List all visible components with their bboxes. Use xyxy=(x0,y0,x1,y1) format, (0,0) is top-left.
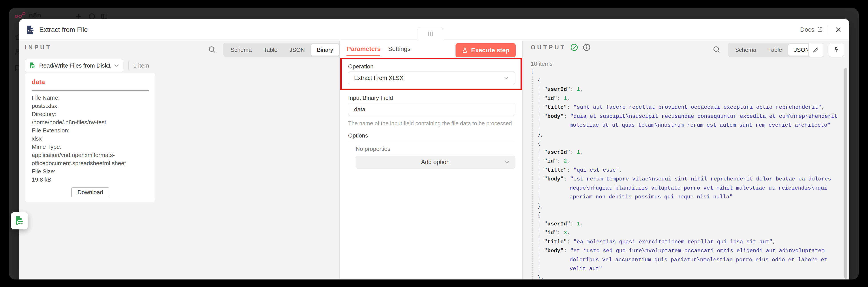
file-meta-value: xlsx xyxy=(32,135,149,143)
n8n-logo-icon xyxy=(14,11,26,19)
input-search-icon[interactable] xyxy=(208,45,216,53)
pin-data-button[interactable] xyxy=(829,43,844,57)
json-line: "title": "sunt aut facere repellat provi… xyxy=(531,103,846,112)
json-line: "id": 2, xyxy=(531,157,846,166)
json-line: "body": "et iusto sed quo iure\nvoluptat… xyxy=(531,247,846,274)
read-write-file-node-icon xyxy=(29,62,36,69)
input-view-tabs: SchemaTableJSONBinary xyxy=(223,43,339,57)
json-line: }, xyxy=(531,130,846,139)
parameters-panel: Parameters Settings Execute step Operati… xyxy=(339,40,523,280)
download-button[interactable]: Download xyxy=(71,187,110,197)
logo-text: n8n xyxy=(29,11,41,19)
operation-select[interactable]: Extract From XLSX xyxy=(348,72,515,84)
output-scrollbar[interactable] xyxy=(844,68,847,279)
json-line: "title": "ea molestias quasi exercitatio… xyxy=(531,238,846,247)
file-meta-label: File Extension: xyxy=(32,127,149,135)
extract-from-file-modal: Extract from File Docs INPUT SchemaTable… xyxy=(19,19,849,280)
json-line: "userId": 1, xyxy=(531,220,846,229)
binary-field-label: Input Binary Field xyxy=(348,95,393,101)
tab-settings[interactable]: Settings xyxy=(388,45,410,52)
flask-icon xyxy=(462,47,468,53)
output-item-count: 10 items xyxy=(531,61,553,67)
app-window: n8n Extract from File Docs xyxy=(9,8,859,280)
output-panel: OUTPUT SchemaTableJSON 10 items [{"userI… xyxy=(523,40,849,280)
view-tab-table[interactable]: Table xyxy=(258,44,283,56)
view-tab-schema[interactable]: Schema xyxy=(224,44,258,56)
options-empty-text: No properties xyxy=(356,145,390,152)
binary-field-input[interactable]: data xyxy=(348,103,515,116)
chevron-down-icon xyxy=(114,64,119,67)
extract-from-file-node-icon xyxy=(26,25,35,34)
input-panel: INPUT SchemaTableJSONBinary Read/Write F… xyxy=(19,40,339,280)
json-line: "id": 1, xyxy=(531,94,846,103)
add-option-button[interactable]: Add option xyxy=(356,156,515,169)
json-line: { xyxy=(531,211,846,220)
active-tab-underline xyxy=(346,55,380,56)
file-meta-label: Mime Type: xyxy=(32,143,149,151)
json-line: }, xyxy=(531,274,846,280)
binary-file-meta: File Name:posts.xlsxDirectory:/home/node… xyxy=(32,94,149,184)
n8n-logo: n8n xyxy=(14,11,41,19)
json-line: "title": "qui est esse", xyxy=(531,166,846,175)
external-link-icon xyxy=(817,27,823,33)
chevron-down-icon xyxy=(504,160,510,164)
file-meta-value: 19.8 kB xyxy=(32,176,149,184)
file-meta-label: Directory: xyxy=(32,110,149,118)
card-divider xyxy=(32,90,149,91)
docs-link[interactable]: Docs xyxy=(800,26,823,33)
chevron-down-icon xyxy=(504,76,509,79)
binary-field-help: The name of the input field containing t… xyxy=(348,120,512,127)
output-label: OUTPUT xyxy=(531,44,566,51)
input-source-label: Read/Write Files from Disk1 xyxy=(39,62,111,69)
input-source-select[interactable]: Read/Write Files from Disk1 xyxy=(25,59,123,72)
binary-data-card: data File Name:posts.xlsxDirectory:/home… xyxy=(25,73,156,202)
binary-field-name: data xyxy=(32,78,149,86)
tab-parameters[interactable]: Parameters xyxy=(347,45,381,52)
options-label: Options xyxy=(348,132,368,139)
output-view-tabs: SchemaTableJSON xyxy=(728,43,816,57)
json-line: { xyxy=(531,139,846,148)
success-check-icon xyxy=(570,43,579,51)
operation-label: Operation xyxy=(348,63,373,70)
json-line: [ xyxy=(531,67,846,76)
input-item-count: 1 item xyxy=(133,62,149,69)
modal-title: Extract from File xyxy=(39,26,88,33)
json-line: "id": 3, xyxy=(531,228,846,238)
source-separator xyxy=(128,61,129,70)
file-meta-value: application/vnd.openxmlformats-officedoc… xyxy=(32,151,149,168)
json-line: "userId": 1, xyxy=(531,85,846,94)
file-meta-label: File Name: xyxy=(32,94,149,102)
options-divider xyxy=(348,141,515,141)
edit-output-button[interactable] xyxy=(808,43,824,57)
output-search-icon[interactable] xyxy=(712,45,720,53)
json-line: "body": "est rerum tempore vitae\nsequi … xyxy=(531,175,846,202)
view-tab-binary[interactable]: Binary xyxy=(311,44,339,56)
execute-step-button[interactable]: Execute step xyxy=(456,43,516,57)
pin-icon xyxy=(833,46,840,53)
file-meta-value: /home/node/.n8n-files/rw-test xyxy=(32,118,149,127)
read-write-file-node-icon xyxy=(14,216,24,226)
read-write-file-node-bubble[interactable] xyxy=(11,212,28,229)
json-code: [{"userId": 1,"id": 1,"title": "sunt aut… xyxy=(531,67,846,280)
view-tab-table[interactable]: Table xyxy=(762,44,788,56)
info-icon[interactable] xyxy=(583,43,591,51)
panel-drag-handle[interactable] xyxy=(417,27,443,40)
json-line: "userId": 1, xyxy=(531,148,846,157)
json-line: { xyxy=(531,76,846,85)
view-tab-json[interactable]: JSON xyxy=(284,44,311,56)
file-meta-label: File Size: xyxy=(32,168,149,176)
json-line: "body": "quia et suscipit\nsuscipit recu… xyxy=(531,112,846,130)
file-meta-value: posts.xlsx xyxy=(32,102,149,110)
json-line: }, xyxy=(531,202,846,211)
view-tab-schema[interactable]: Schema xyxy=(729,44,762,56)
header-divider xyxy=(829,25,829,34)
pencil-icon xyxy=(812,46,819,53)
close-icon[interactable] xyxy=(835,26,842,33)
input-label: INPUT xyxy=(25,44,52,51)
